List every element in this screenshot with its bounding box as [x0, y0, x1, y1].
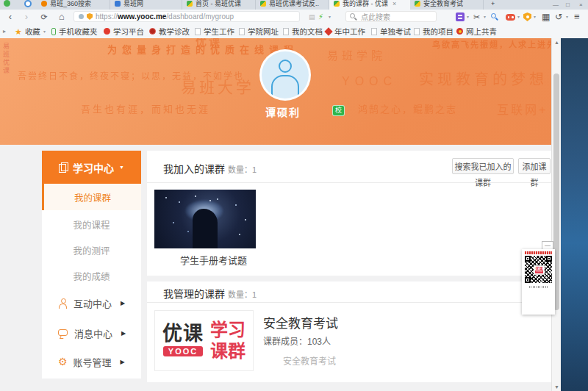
site-info-icon[interactable]	[79, 14, 84, 19]
watermark-text: YOOC	[342, 75, 397, 88]
yooc-favicon	[260, 1, 266, 7]
tab-safety-exam[interactable]: 安全教育考试	[410, 0, 484, 10]
group-cover-image[interactable]	[154, 190, 256, 248]
red-site-icon	[104, 28, 110, 35]
qr-promo-widget[interactable]: 优课YOOC	[522, 249, 555, 315]
qr-caption-text	[525, 251, 552, 254]
apps-grid-icon[interactable]: ▦	[542, 12, 550, 22]
refresh-button[interactable]: ⟳	[38, 10, 50, 24]
joined-group-title[interactable]: 学生手册考试题	[180, 253, 247, 267]
tab-my-groups-active[interactable]: 我的课群 - 优课 ×	[329, 0, 410, 10]
sidebar-group-interaction-center[interactable]: 互动中心 ▶	[42, 290, 141, 316]
tab-label: 首页 - 易班优课	[196, 0, 241, 8]
sidebar-item-my-assessments[interactable]: 我的测评	[42, 237, 141, 263]
document-icon	[59, 162, 68, 173]
sidebar-item-my-courses[interactable]: 我的课程	[42, 211, 141, 237]
group-logo[interactable]: 优课 YOOC 学习 课群	[154, 310, 254, 371]
undo-restore-icon[interactable]: ↺	[555, 12, 562, 22]
red-circle-icon	[149, 28, 156, 35]
games-icon[interactable]	[506, 14, 515, 21]
yooc-favicon	[415, 1, 420, 7]
tab-label: 易班_360搜索	[50, 0, 91, 8]
quick-search-input[interactable]: 点此搜索	[345, 11, 437, 22]
watermark-text: 互联网+	[497, 100, 548, 118]
tab-close-icon[interactable]: ×	[392, 0, 396, 7]
avatar[interactable]	[259, 49, 311, 101]
translate-icon[interactable]	[456, 12, 465, 21]
url-path: /dashboard/mygroup	[166, 12, 234, 21]
joined-groups-section: 我加入的课群 数量：1 搜索我已加入的课群 添加课群 学生手册考试题	[147, 151, 551, 276]
screenshot-scissors-icon[interactable]: ✂	[473, 12, 480, 22]
bookmark-learning-platform[interactable]: 学习平台	[104, 24, 144, 38]
window-maximize-icon[interactable]: □	[566, 1, 570, 8]
bookmark-teaching-review[interactable]: 教学诊改	[149, 24, 190, 38]
chevron-down-icon[interactable]: ▾	[566, 14, 568, 19]
bookmark-student-work[interactable]: 学生工作	[195, 24, 234, 38]
bookmark-my-docs[interactable]: 我的文档	[283, 24, 323, 38]
security-shield-icon[interactable]	[523, 12, 531, 21]
chevron-down-icon[interactable]: ▾	[517, 14, 520, 19]
page-icon	[283, 28, 289, 35]
sidebar-header-learning-center[interactable]: 学习中心 ▼	[42, 151, 141, 184]
tab-yooc-home[interactable]: 首页 - 易班优课	[182, 0, 256, 10]
divider	[147, 302, 551, 303]
reader-mode-icon[interactable]: ▤	[309, 12, 315, 22]
tab-yiban-site[interactable]: 易班网	[110, 0, 182, 10]
gear-icon: ⚙	[58, 357, 68, 367]
chevron-down-icon[interactable]: ▾	[534, 14, 536, 19]
bookmark-youth-league[interactable]: 网上共青	[456, 24, 497, 38]
sidebar: 学习中心 ▼ 我的课群 我的课程 我的测评 我的成绩 互动中心 ▶	[42, 151, 141, 379]
window-close-icon[interactable]: ×	[579, 1, 583, 8]
avatar-person-icon	[279, 60, 292, 73]
bookmarks-expander-icon[interactable]: ▸	[3, 24, 6, 38]
watermark-text: 鸿鹄之心，鲲鹏之志	[358, 101, 457, 115]
yiban-favicon	[115, 1, 121, 7]
search-joined-groups-button[interactable]: 搜索我已加入的课群	[452, 158, 514, 174]
add-group-button[interactable]: 添加课群	[518, 158, 551, 174]
chevron-down-icon[interactable]: ▾	[484, 14, 486, 19]
browser-logo-icon[interactable]	[4, 0, 10, 7]
bookmark-favorites[interactable]: ★ 收藏 ▾	[15, 24, 46, 38]
managed-group-title[interactable]: 安全教育考试	[263, 313, 338, 331]
chevron-down-icon[interactable]: ▾	[329, 14, 331, 19]
bookmark-separate-exam[interactable]: 单独考试	[371, 24, 411, 38]
find-in-page-icon[interactable]	[491, 13, 498, 21]
tab-yooc-exam[interactable]: 易班优课考试反..	[256, 0, 329, 10]
red-diamond-icon	[324, 27, 332, 35]
search-placeholder: 点此搜索	[361, 11, 390, 22]
qr-footnote-text	[529, 286, 548, 288]
window-minimize-icon[interactable]: —	[553, 1, 559, 8]
home-button[interactable]: ⌂	[56, 10, 68, 24]
chevron-down-icon[interactable]: ▾	[467, 14, 469, 19]
back-button[interactable]: ‹	[4, 10, 16, 24]
bookmark-college-site[interactable]: 学院网址	[239, 24, 279, 38]
page-scrollbar[interactable]: ▲ ▼	[551, 38, 561, 391]
watermark-text: 吾生也有涯，而知也无涯	[81, 101, 210, 115]
yooc-logo-badge: YOOC	[163, 346, 203, 356]
sidebar-group-account-management[interactable]: ⚙ 账号管理 ▶	[42, 348, 141, 375]
sidebar-item-my-groups[interactable]: 我的课群	[42, 184, 141, 210]
speed-boost-icon[interactable]: ⚡	[318, 12, 323, 22]
tab-label: 我的课群 - 优课	[343, 0, 388, 8]
ssl-shield-icon[interactable]	[87, 13, 93, 20]
bookmarks-bar: ▸ ★ 收藏 ▾ 手机收藏夹 学习平台 教学诊改 学生工作 学院网址 我的文档	[0, 24, 588, 39]
sidebar-item-my-grades[interactable]: 我的成绩	[42, 262, 141, 289]
watermark-text: 易班学院	[327, 47, 386, 62]
sidebar-group-message-center[interactable]: 消息中心 ▶	[42, 320, 141, 346]
menu-icon[interactable]: ≡	[574, 12, 580, 22]
bookmark-my-projects[interactable]: 我的项目	[414, 24, 453, 38]
forward-button[interactable]: ›	[21, 10, 32, 24]
bookmark-midyear-work[interactable]: 年中工作	[326, 24, 365, 38]
page-icon	[371, 28, 377, 35]
bookmark-mobile-folder[interactable]: 手机收藏夹	[51, 24, 98, 38]
watermark-text: 实现教育的梦想	[419, 68, 548, 89]
address-bar[interactable]: https://www.yooc.me/dashboard/mygroup	[74, 11, 300, 22]
group-count: 数量：1	[228, 163, 257, 175]
new-tab-button[interactable]: +	[487, 0, 501, 10]
league-icon	[456, 28, 463, 35]
page-icon	[414, 28, 420, 35]
account-circle-icon[interactable]	[24, 0, 32, 7]
tab-yiban-360-search[interactable]: 易班_360搜索	[37, 0, 110, 10]
yooc-favicon	[187, 1, 193, 7]
person-icon	[58, 298, 68, 308]
